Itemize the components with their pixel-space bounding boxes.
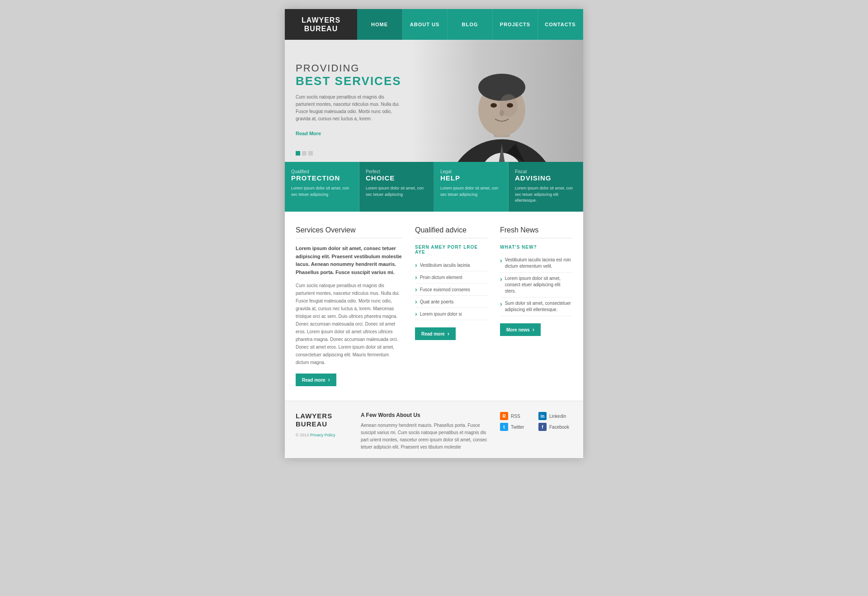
logo-text: LAWYERS BUREAU [302, 16, 340, 33]
svg-point-8 [507, 103, 513, 108]
advice-list: Vestibulum iaculis lacinia Proin dictum … [415, 259, 487, 320]
nav-contacts[interactable]: CONTACTS [538, 9, 583, 40]
facebook-label: Facebook [549, 425, 569, 430]
services-read-more-label: Read more [302, 378, 326, 383]
list-item[interactable]: Quat ante poerts [415, 296, 487, 308]
linkedin-icon: in [538, 412, 547, 420]
footer-copyright: © 2013 Privacy Policy [296, 433, 350, 437]
hero-dot-2[interactable] [302, 151, 307, 156]
list-item: Vestibulum iaculis lacinia est roin dict… [500, 254, 572, 273]
svg-point-7 [491, 103, 497, 108]
feature-help-title: HELP [440, 174, 502, 182]
list-item[interactable]: Fusce euismod conseres [415, 284, 487, 296]
feature-advising-title: ADVISING [515, 174, 576, 182]
svg-point-5 [478, 74, 525, 101]
hero-dot-1[interactable] [296, 151, 300, 156]
nav-about[interactable]: ABOUT US [402, 9, 448, 40]
feature-choice-title: CHOICE [366, 174, 427, 182]
list-item: Lorem ipsum dolor sit amet, consect etue… [500, 273, 572, 298]
advice-subtitle: SERN AMEY PORT LROE AYE [415, 245, 487, 255]
services-section: Services Overview Lorem ipsum dolor sit … [296, 226, 402, 386]
services-read-more-button[interactable]: Read more › [296, 374, 336, 386]
advice-read-more-button[interactable]: Read more › [415, 327, 456, 340]
features-section: Qualified PROTECTION Lorem ipsum dolor s… [285, 162, 583, 212]
feature-help-subtitle: Legal [440, 169, 502, 174]
footer: LAWYERS BUREAU © 2013 Privacy Policy A F… [285, 401, 583, 458]
feature-help-desc: Lorem ipsum dolor sit amet, con sec tetu… [440, 185, 502, 198]
hero-dots [296, 151, 313, 156]
feature-protection-subtitle: Qualified [291, 169, 353, 174]
footer-about: A Few Words About Us Aenean nonummy hend… [361, 412, 489, 451]
services-body-text: Cum sociis natoque penatibus et magnis d… [296, 282, 402, 366]
feature-choice-subtitle: Perfect [366, 169, 427, 174]
list-item: Sum dolor sit amet, consectetuer adipisc… [500, 298, 572, 316]
feature-help: Legal HELP Lorem ipsum dolor sit amet, c… [434, 162, 509, 212]
twitter-icon: t [500, 423, 508, 431]
news-arrow-icon: › [533, 326, 534, 333]
feature-protection-title: PROTECTION [291, 174, 353, 182]
footer-logo: LAWYERS BUREAU © 2013 Privacy Policy [296, 412, 350, 451]
hero-read-more-link[interactable]: Read More [296, 131, 321, 136]
list-item[interactable]: Proin dictum element [415, 271, 487, 284]
feature-advising: Fiscal ADVISING Lorem ipsum dolor sit am… [509, 162, 583, 212]
advice-section: Qualified advice SERN AMEY PORT LROE AYE… [415, 226, 487, 386]
advice-read-more-label: Read more [421, 331, 445, 336]
services-bold-text: Lorem ipsum dolor sit amet, consec tetue… [296, 245, 402, 276]
news-section: Fresh News WHAT'S NEW? Vestibulum iaculi… [500, 226, 572, 386]
feature-advising-desc: Lorem ipsum dolor sit amet, con sec tetu… [515, 185, 576, 204]
hero-dot-3[interactable] [308, 151, 313, 156]
header: LAWYERS BUREAU HOME ABOUT US BLOG PROJEC… [285, 9, 583, 40]
list-item[interactable]: Lorem ipsum dolor si [415, 308, 487, 320]
rss-icon: R [500, 412, 508, 420]
hero-section: PROVIDING BEST SERVICES Cum sociis natoq… [285, 40, 583, 162]
footer-about-title: A Few Words About Us [361, 412, 489, 418]
facebook-icon: f [538, 423, 547, 431]
person-illustration [439, 40, 565, 162]
feature-protection-desc: Lorem ipsum dolor sit amet, con sec tetu… [291, 185, 353, 198]
twitter-social-item[interactable]: t Twitter [500, 423, 534, 431]
main-content: Services Overview Lorem ipsum dolor sit … [285, 212, 583, 401]
facebook-social-item[interactable]: f Facebook [538, 423, 572, 431]
social-row-top: R RSS in Linkedin [500, 412, 572, 420]
social-row-bottom: t Twitter f Facebook [500, 423, 572, 431]
more-news-button[interactable]: More news › [500, 323, 541, 336]
rss-label: RSS [511, 414, 520, 419]
feature-choice-desc: Lorem ipsum dolor sit amet, con sec tetu… [366, 185, 427, 198]
twitter-label: Twitter [511, 425, 524, 430]
feature-choice: Perfect CHOICE Lorem ipsum dolor sit ame… [359, 162, 434, 212]
nav-blog[interactable]: BLOG [448, 9, 493, 40]
footer-social: R RSS in Linkedin t Twitter f Facebook [500, 412, 572, 451]
hero-content: PROVIDING BEST SERVICES Cum sociis natoq… [296, 62, 404, 137]
hero-image [411, 40, 583, 162]
news-whats-new: WHAT'S NEW? [500, 245, 572, 250]
linkedin-social-item[interactable]: in Linkedin [538, 412, 572, 420]
feature-protection: Qualified PROTECTION Lorem ipsum dolor s… [285, 162, 359, 212]
nav-home[interactable]: HOME [357, 9, 402, 40]
logo[interactable]: LAWYERS BUREAU [285, 9, 357, 40]
privacy-policy-link[interactable]: Privacy Policy [310, 433, 335, 437]
main-nav: HOME ABOUT US BLOG PROJECTS CONTACTS [357, 9, 583, 40]
linkedin-label: Linkedin [549, 414, 566, 419]
svg-point-9 [500, 110, 504, 116]
news-heading: Fresh News [500, 226, 572, 238]
list-item[interactable]: Vestibulum iaculis lacinia [415, 259, 487, 271]
news-list: Vestibulum iaculis lacinia est roin dict… [500, 254, 572, 316]
services-arrow-icon: › [328, 377, 330, 383]
services-heading: Services Overview [296, 226, 402, 238]
hero-description: Cum sociis natoque penatibus et magnis d… [296, 94, 404, 123]
advice-heading: Qualified advice [415, 226, 487, 238]
footer-logo-text: LAWYERS BUREAU [296, 412, 350, 428]
more-news-label: More news [506, 327, 530, 332]
rss-social-item[interactable]: R RSS [500, 412, 534, 420]
advice-arrow-icon: › [448, 331, 449, 337]
footer-about-text: Aenean nonummy hendrerit mauris. Phasell… [361, 422, 489, 451]
nav-projects[interactable]: PROJECTS [493, 9, 538, 40]
hero-title-line1: PROVIDING [296, 62, 404, 74]
hero-title-line2: BEST SERVICES [296, 74, 404, 88]
feature-advising-subtitle: Fiscal [515, 169, 576, 174]
